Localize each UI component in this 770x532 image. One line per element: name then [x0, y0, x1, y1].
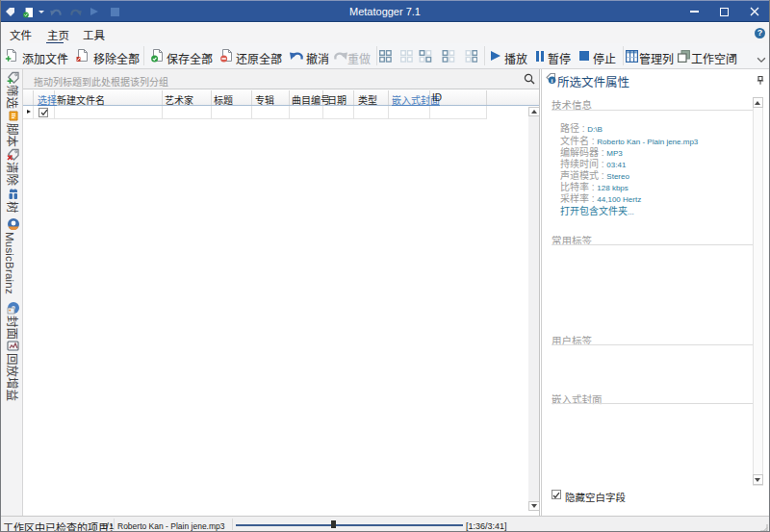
svg-text:i: i — [552, 77, 553, 85]
